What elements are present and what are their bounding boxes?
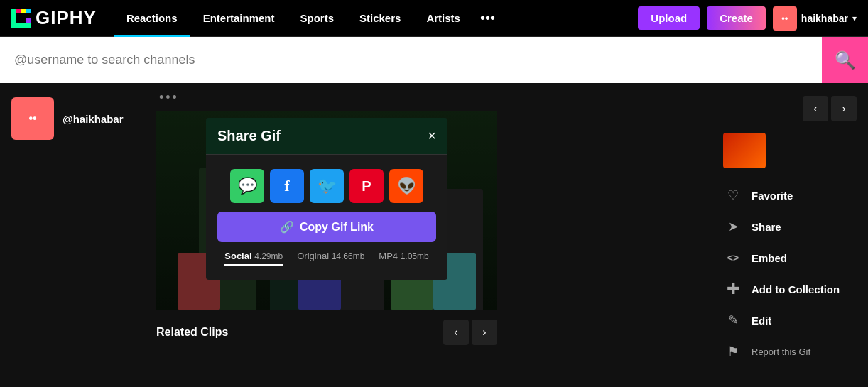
nav-links: Reactions Entertainment Sports Stickers … — [114, 0, 632, 37]
svg-rect-0 — [11, 9, 16, 28]
edit-icon: ✎ — [723, 310, 743, 330]
main-content: •• @haikhabar ••• — [0, 83, 868, 381]
nav-link-sports[interactable]: Sports — [287, 0, 347, 37]
gif-display: Share Gif × 💬 f 🐦 — [156, 111, 497, 310]
svg-rect-4 — [26, 18, 31, 23]
twitter-icon: 🐦 — [318, 177, 337, 195]
add-to-collection-action[interactable]: ✚ Add to Collection — [723, 273, 857, 305]
copy-gif-link-button[interactable]: 🔗 Copy Gif Link — [217, 212, 436, 242]
heart-icon: ♡ — [723, 185, 743, 205]
upload-button[interactable]: Upload — [638, 6, 700, 30]
facebook-icon: f — [284, 177, 289, 195]
share-action[interactable]: ➤ Share — [723, 211, 857, 242]
giphy-logo-icon — [11, 9, 31, 28]
social-icons-row: 💬 f 🐦 P 👽 — [217, 169, 436, 203]
tab-mp4-label: MP4 — [379, 251, 400, 261]
svg-rect-2 — [21, 9, 26, 13]
search-icon: 🔍 — [835, 50, 856, 70]
username-nav: haikhabar — [801, 13, 848, 24]
share-modal: Share Gif × 💬 f 🐦 — [206, 118, 447, 280]
embed-icon: <> — [723, 248, 743, 268]
related-clips-label: Related Clips — [156, 326, 228, 339]
tab-mp4[interactable]: MP4 1.05mb — [379, 251, 428, 266]
nav-link-entertainment[interactable]: Entertainment — [190, 0, 288, 37]
share-modal-header: Share Gif × — [206, 118, 447, 155]
add-collection-icon: ✚ — [723, 279, 743, 299]
nav-right: Upload Create •• haikhabar ▾ — [638, 6, 857, 31]
user-avatar-nav: •• — [773, 6, 797, 31]
related-clips-next-button[interactable]: › — [472, 320, 497, 345]
report-action[interactable]: ⚑ Report this Gif — [723, 336, 857, 367]
close-modal-button[interactable]: × — [428, 128, 436, 144]
edit-action[interactable]: ✎ Edit — [723, 305, 857, 336]
tab-original-label: Original — [297, 251, 331, 261]
add-collection-label: Add to Collection — [752, 283, 840, 295]
share-label: Share — [752, 221, 781, 233]
share-modal-body: 💬 f 🐦 P 👽 — [206, 155, 447, 280]
logo[interactable]: GIPHY — [11, 7, 97, 29]
left-sidebar: •• @haikhabar — [0, 83, 156, 381]
user-profile-section: •• @haikhabar — [11, 97, 145, 140]
more-options-dots[interactable]: ••• — [156, 90, 179, 105]
svg-rect-3 — [26, 9, 31, 13]
search-button[interactable]: 🔍 — [822, 37, 868, 83]
right-sidebar: ‹ › ♡ Favorite ➤ Share <> Embed ✚ Add to… — [712, 83, 868, 381]
flag-icon: ⚑ — [723, 342, 743, 361]
navbar: GIPHY Reactions Entertainment Sports Sti… — [0, 0, 868, 37]
share-icon: ➤ — [723, 217, 743, 236]
related-clips-prev-button[interactable]: ‹ — [443, 320, 469, 345]
tab-social[interactable]: Social 4.29mb — [224, 251, 283, 266]
create-button[interactable]: Create — [707, 6, 766, 30]
share-facebook-button[interactable]: f — [270, 169, 304, 203]
avatar: •• — [11, 97, 54, 140]
share-modal-title: Share Gif — [217, 128, 281, 144]
nav-link-reactions[interactable]: Reactions — [114, 0, 190, 37]
tab-original[interactable]: Original 14.66mb — [297, 251, 364, 266]
gif-area: ••• Share Gif × — [156, 83, 712, 381]
favorite-label: Favorite — [752, 190, 793, 202]
copy-link-label: Copy Gif Link — [300, 221, 374, 234]
chevron-down-icon: ▾ — [852, 13, 857, 23]
gif-nav-arrows: ‹ › — [723, 96, 857, 121]
nav-link-artists[interactable]: Artists — [413, 0, 473, 37]
search-input[interactable] — [0, 37, 822, 83]
favorite-action[interactable]: ♡ Favorite — [723, 180, 857, 211]
tab-social-label: Social — [224, 251, 254, 261]
embed-label: Embed — [752, 252, 787, 264]
download-tabs: Social 4.29mb Original 14.66mb MP4 1.05m… — [217, 242, 436, 266]
related-clips-nav: ‹ › — [443, 320, 497, 345]
gif-thumbnail — [723, 133, 766, 168]
share-message-button[interactable]: 💬 — [230, 169, 264, 203]
share-pinterest-button[interactable]: P — [349, 169, 384, 203]
svg-rect-1 — [16, 9, 21, 13]
share-reddit-button[interactable]: 👽 — [389, 169, 423, 203]
embed-action[interactable]: <> Embed — [723, 242, 857, 273]
logo-text: GIPHY — [36, 7, 97, 29]
message-icon: 💬 — [238, 177, 257, 195]
username-label: @haikhabar — [63, 113, 124, 125]
gif-next-button[interactable]: › — [831, 96, 857, 121]
share-twitter-button[interactable]: 🐦 — [310, 169, 344, 203]
svg-rect-5 — [16, 23, 31, 28]
pinterest-icon: P — [362, 178, 371, 195]
link-icon: 🔗 — [280, 220, 294, 234]
share-modal-overlay: Share Gif × 💬 f 🐦 — [156, 111, 497, 310]
tab-original-size: 14.66mb — [332, 251, 365, 261]
reddit-icon: 👽 — [397, 177, 416, 195]
nav-link-stickers[interactable]: Stickers — [347, 0, 413, 37]
edit-label: Edit — [752, 315, 771, 327]
tab-social-size: 4.29mb — [254, 251, 283, 261]
user-menu[interactable]: •• haikhabar ▾ — [773, 6, 857, 31]
gif-prev-button[interactable]: ‹ — [803, 96, 828, 121]
nav-more-button[interactable]: ••• — [473, 0, 502, 37]
search-bar: 🔍 — [0, 37, 868, 83]
report-label: Report this Gif — [752, 347, 810, 357]
tab-mp4-size: 1.05mb — [401, 251, 429, 261]
